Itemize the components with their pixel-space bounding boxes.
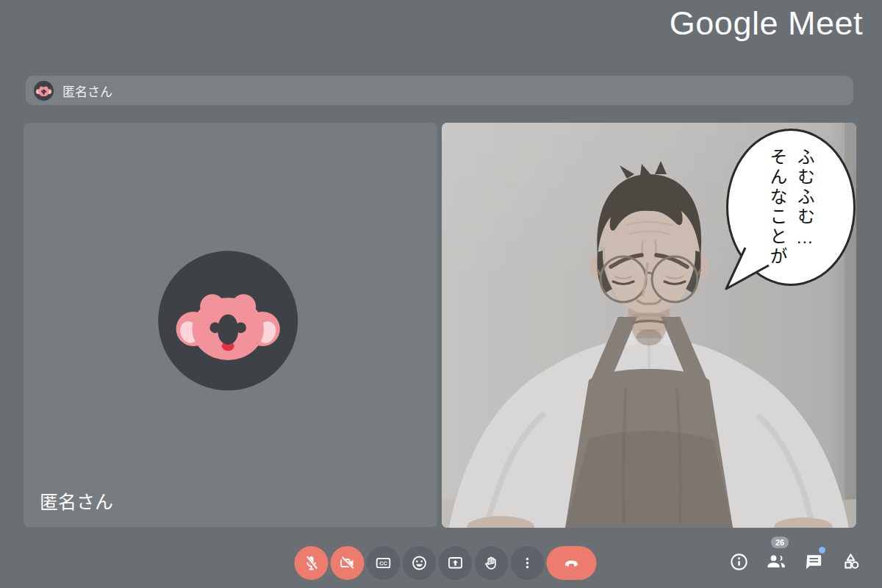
call-controls-toolbar: CC (295, 546, 597, 580)
app-title: Google Meet (670, 4, 863, 43)
mic-off-icon (303, 554, 320, 572)
video-tile-anonymous[interactable]: 匿名さん (24, 123, 437, 527)
chat-unread-dot (819, 547, 825, 553)
koala-avatar (34, 81, 54, 101)
captions-button[interactable]: CC (367, 546, 401, 580)
people-icon (765, 551, 787, 573)
more-options-icon (519, 554, 537, 572)
camera-off-button[interactable] (331, 546, 365, 580)
activities-icon (841, 551, 861, 572)
participant-name-label: 匿名さん (40, 487, 113, 514)
participant-avatar (158, 251, 298, 390)
chat-button[interactable] (802, 550, 825, 573)
speech-bubble-text: ふむふむ… そんなことが (726, 129, 856, 286)
present-screen-icon (447, 554, 465, 572)
raise-hand-button[interactable] (475, 546, 509, 580)
koala-icon (35, 84, 52, 97)
mic-off-button[interactable] (295, 546, 329, 580)
raise-hand-icon (483, 554, 501, 572)
videocam-off-icon (339, 554, 356, 572)
more-options-button[interactable] (511, 546, 545, 580)
google-meet-window: Google Meet 匿名さん (0, 0, 882, 588)
reactions-button[interactable] (403, 546, 437, 580)
participant-count-badge: 26 (771, 537, 789, 548)
end-call-icon (562, 553, 581, 573)
pinned-participant-bar[interactable]: 匿名さん (26, 76, 853, 105)
pinned-participant-name: 匿名さん (62, 82, 112, 100)
end-call-button[interactable] (547, 546, 597, 580)
participants-button[interactable]: 26 (764, 550, 788, 573)
present-screen-button[interactable] (439, 546, 473, 580)
meeting-details-button[interactable] (727, 550, 750, 573)
video-tile-webcam[interactable]: ふむふむ… そんなことが (442, 123, 856, 528)
meeting-panels-bar: 26 (727, 550, 863, 573)
svg-text:CC: CC (379, 560, 387, 567)
speech-line-1: ふむふむ… (791, 148, 818, 267)
speech-line-2: そんなことが (764, 148, 791, 267)
koala-icon (172, 277, 284, 365)
activities-button[interactable] (839, 550, 863, 573)
info-icon (729, 552, 749, 572)
emoji-reaction-icon (411, 554, 429, 572)
closed-captions-icon: CC (375, 554, 392, 572)
chat-icon (803, 551, 824, 572)
